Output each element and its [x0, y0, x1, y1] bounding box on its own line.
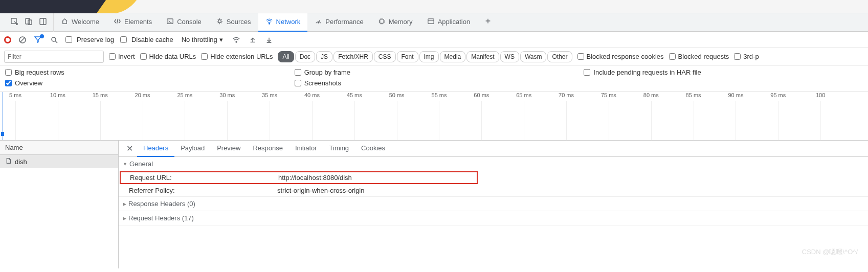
svg-rect-1 — [26, 18, 30, 24]
tab-elements[interactable]: Elements — [106, 13, 159, 32]
close-detail-button[interactable]: ✕ — [122, 144, 137, 153]
timeline-tick: 15 ms — [93, 92, 108, 98]
request-detail-split: Name dish ✕ Headers Payload Preview Resp… — [0, 141, 868, 268]
timeline-tick: 45 ms — [347, 92, 362, 98]
timeline-tick: 75 ms — [601, 92, 616, 98]
detail-tab-cookies[interactable]: Cookies — [355, 141, 391, 157]
throttling-select[interactable]: No throttling ▾ — [180, 35, 225, 44]
search-button[interactable] — [49, 35, 59, 45]
tab-network[interactable]: Network — [258, 13, 308, 32]
pill-all[interactable]: All — [278, 51, 294, 62]
screenshots-checkbox[interactable]: Screenshots — [295, 79, 574, 87]
overview-checkbox[interactable]: Overview — [5, 79, 284, 87]
timeline-tick: 30 ms — [219, 92, 235, 98]
inspect-icon[interactable] — [10, 17, 18, 27]
add-tab-button[interactable] — [477, 13, 499, 32]
detail-tab-response[interactable]: Response — [247, 141, 289, 157]
pill-css[interactable]: CSS — [374, 51, 396, 62]
hide-ext-urls-checkbox[interactable]: Hide extension URLs — [201, 53, 273, 60]
triangle-right-icon: ▶ — [123, 201, 126, 207]
tab-console[interactable]: Console — [159, 13, 209, 32]
record-button[interactable] — [4, 36, 11, 43]
detail-tab-initiator[interactable]: Initiator — [289, 141, 323, 157]
pill-img[interactable]: Img — [419, 51, 439, 62]
pending-har-checkbox[interactable]: Include pending requests in HAR file — [584, 69, 863, 76]
export-har-button[interactable] — [264, 35, 274, 45]
detail-tab-payload[interactable]: Payload — [174, 141, 211, 157]
group-by-frame-checkbox[interactable]: Group by frame — [295, 69, 574, 76]
tab-memory-label: Memory — [389, 18, 413, 26]
tab-welcome-label: Welcome — [72, 18, 99, 26]
pill-ws[interactable]: WS — [500, 51, 519, 62]
section-response-headers-title: Response Headers (0) — [128, 200, 195, 208]
import-har-button[interactable] — [248, 35, 258, 45]
tab-memory[interactable]: Memory — [371, 13, 420, 32]
tab-welcome[interactable]: Welcome — [54, 13, 106, 32]
disable-cache-label: Disable cache — [131, 36, 173, 43]
svg-rect-10 — [428, 18, 434, 23]
pill-media[interactable]: Media — [440, 51, 466, 62]
svg-point-14 — [52, 37, 56, 41]
pill-fetchxhr[interactable]: Fetch/XHR — [333, 51, 373, 62]
memory-icon — [378, 17, 386, 27]
name-column-header[interactable]: Name — [0, 141, 118, 155]
filter-toggle-button[interactable] — [34, 35, 43, 44]
tab-application[interactable]: Application — [420, 13, 478, 32]
timeline-tick: 65 ms — [516, 92, 531, 98]
request-url-highlight: Request URL: http://localhost:8080/dish — [120, 171, 478, 184]
pill-manifest[interactable]: Manifest — [466, 51, 499, 62]
timeline-current-marker — [2, 92, 3, 140]
hide-data-urls-checkbox[interactable]: Hide data URLs — [140, 53, 196, 60]
section-request-headers-title: Request Headers (17) — [128, 214, 194, 222]
detail-tabs: ✕ Headers Payload Preview Response Initi… — [119, 141, 868, 157]
section-response-headers-toggle[interactable]: ▶Response Headers (0) — [119, 197, 868, 211]
dock-icon[interactable] — [39, 17, 47, 27]
section-general-toggle[interactable]: ▼General — [119, 157, 868, 171]
tab-performance-label: Performance — [325, 18, 363, 26]
network-toolbar: Preserve log Disable cache No throttling… — [0, 32, 868, 48]
third-party-checkbox[interactable]: 3rd-p — [734, 53, 759, 60]
section-general-title: General — [129, 160, 153, 168]
sources-icon — [216, 17, 224, 27]
timeline-tick: 10 ms — [50, 92, 65, 98]
svg-line-15 — [55, 41, 57, 43]
detail-tab-timing[interactable]: Timing — [323, 141, 355, 157]
chevron-down-icon: ▾ — [219, 36, 223, 43]
network-conditions-button[interactable] — [231, 35, 241, 45]
pill-wasm[interactable]: Wasm — [520, 51, 547, 62]
tab-sources[interactable]: Sources — [209, 13, 258, 32]
timeline-tick: 20 ms — [135, 92, 150, 98]
pill-font[interactable]: Font — [397, 51, 418, 62]
section-request-headers-toggle[interactable]: ▶Request Headers (17) — [119, 211, 868, 225]
tab-elements-label: Elements — [124, 18, 152, 26]
filter-input[interactable] — [4, 51, 104, 63]
pill-doc[interactable]: Doc — [295, 51, 315, 62]
timeline-tick: 70 ms — [559, 92, 574, 98]
tab-performance[interactable]: Performance — [307, 13, 370, 32]
blocked-requests-label: Blocked requests — [678, 53, 729, 60]
detail-tab-preview[interactable]: Preview — [211, 141, 247, 157]
blocked-requests-checkbox[interactable]: Blocked requests — [669, 53, 729, 60]
svg-point-16 — [236, 41, 237, 42]
disable-cache-checkbox[interactable]: Disable cache — [120, 36, 173, 43]
invert-checkbox[interactable]: Invert — [109, 53, 135, 60]
network-icon — [265, 17, 273, 27]
section-response-headers: ▶Response Headers (0) — [119, 197, 868, 211]
device-toggle-icon[interactable] — [25, 17, 33, 27]
big-rows-checkbox[interactable]: Big request rows — [5, 69, 284, 76]
overview-timeline[interactable]: 5 ms10 ms15 ms20 ms25 ms30 ms35 ms40 ms4… — [0, 92, 868, 141]
referrer-policy-value: strict-origin-when-cross-origin — [277, 187, 365, 194]
request-list-panel: Name dish — [0, 141, 119, 268]
triangle-right-icon: ▶ — [123, 216, 126, 221]
preserve-log-checkbox[interactable]: Preserve log — [65, 36, 114, 43]
screenshots-label: Screenshots — [304, 79, 341, 87]
pill-js[interactable]: JS — [316, 51, 332, 62]
blocked-cookies-checkbox[interactable]: Blocked response cookies — [577, 53, 664, 60]
header-light-segment — [117, 0, 868, 13]
pill-other[interactable]: Other — [547, 51, 572, 62]
request-row-dish[interactable]: dish — [0, 155, 118, 168]
clear-button[interactable] — [17, 35, 28, 45]
detail-tab-headers[interactable]: Headers — [137, 141, 174, 157]
preserve-log-label: Preserve log — [77, 36, 114, 43]
application-icon — [427, 17, 435, 27]
